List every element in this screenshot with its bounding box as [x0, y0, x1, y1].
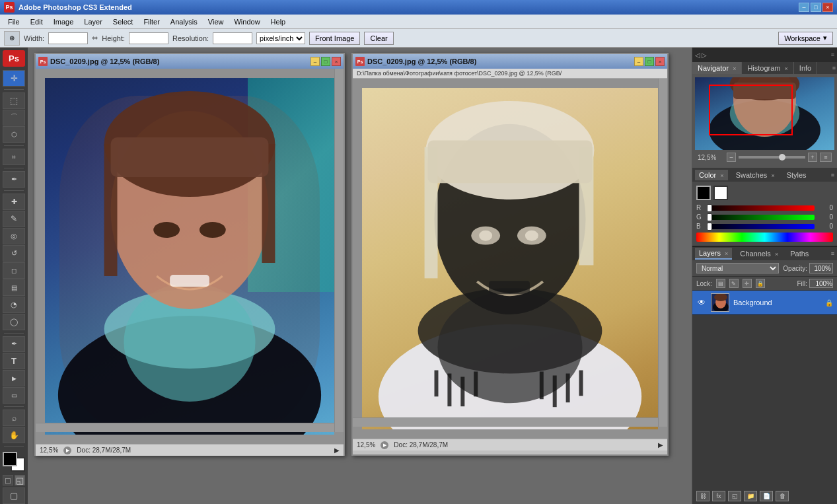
new-group-btn[interactable]: 📁 [744, 491, 757, 501]
window-controls[interactable]: – □ × [799, 3, 833, 12]
clear-button[interactable]: Clear [364, 32, 393, 45]
delete-layer-btn[interactable]: 🗑 [776, 491, 789, 501]
color-panel-options[interactable]: ≡ [831, 172, 834, 178]
doc1-titlebar[interactable]: Ps DSC_0209.jpg @ 12,5% (RGB/8) – □ × [36, 54, 344, 69]
menu-window[interactable]: Window [229, 17, 265, 27]
doc1-close[interactable]: × [332, 57, 341, 66]
zoom-slider-thumb[interactable] [779, 154, 785, 161]
doc2-maximize[interactable]: □ [645, 57, 654, 66]
screen-mode[interactable]: ▢ [3, 487, 25, 504]
zoom-tool[interactable]: ⌕ [3, 410, 25, 426]
workspace-button[interactable]: Workspace ▾ [778, 32, 833, 45]
doc1-arrow-right[interactable]: ▶ [334, 447, 340, 454]
tab-navigator[interactable]: Navigator × [692, 62, 742, 74]
quick-select-tool[interactable]: ⬡ [3, 126, 25, 143]
tab-layers[interactable]: Layers × [695, 248, 732, 260]
doc1-scrollbar-v[interactable] [334, 69, 344, 432]
histogram-tab-close[interactable]: × [785, 65, 788, 72]
red-slider-thumb[interactable] [707, 204, 712, 212]
layers-panel-options[interactable]: ≡ [831, 250, 834, 257]
add-style-btn[interactable]: fx [712, 491, 725, 501]
lasso-tool[interactable]: ⌒ [3, 110, 25, 126]
doc1-maximize[interactable]: □ [321, 57, 330, 66]
panel-options-menu[interactable]: ≡ [832, 65, 836, 71]
menu-select[interactable]: Select [108, 17, 139, 27]
color-tab-close[interactable]: × [720, 172, 723, 179]
layer-background-row[interactable]: 👁 Background 🔒 [692, 291, 837, 314]
gradient-tool[interactable]: ▤ [3, 279, 25, 296]
doc2-close[interactable]: × [655, 57, 665, 66]
menu-analysis[interactable]: Analysis [165, 17, 203, 27]
doc1-window-controls[interactable]: – □ × [310, 57, 341, 66]
resolution-unit-select[interactable]: pixels/inch pixels/cm [256, 32, 305, 44]
tool-preset-icon[interactable]: ⊕ [4, 31, 20, 46]
menu-view[interactable]: View [203, 17, 229, 27]
front-image-button[interactable]: Front Image [309, 32, 360, 45]
menu-filter[interactable]: Filter [138, 17, 164, 27]
menu-help[interactable]: Help [266, 17, 291, 27]
eyedropper-tool[interactable]: ✒ [3, 171, 25, 188]
layer-visibility-toggle[interactable]: 👁 [696, 297, 707, 308]
doc2-scrollbar-h[interactable] [353, 417, 658, 427]
lock-transparency-btn[interactable]: ▤ [716, 279, 725, 288]
hand-tool[interactable]: ✋ [3, 427, 25, 443]
tab-color[interactable]: Color × [695, 170, 728, 180]
tab-styles[interactable]: Styles [783, 170, 811, 180]
zoom-options-btn[interactable]: ≡ [820, 153, 832, 162]
panel-options-icon[interactable]: ≡ [831, 52, 834, 58]
minimize-button[interactable]: – [799, 3, 809, 12]
selection-tool[interactable]: ⬚ [3, 92, 25, 109]
move-tool[interactable]: ✛ [3, 70, 25, 87]
eraser-tool[interactable]: ◻ [3, 262, 25, 279]
brush-tool[interactable]: ✎ [3, 211, 25, 227]
blur-tool[interactable]: ◔ [3, 297, 25, 313]
panel-arrow-left[interactable]: ◁ [695, 52, 700, 59]
tab-channels[interactable]: Channels × [736, 248, 782, 259]
tab-swatches[interactable]: Swatches × [732, 170, 779, 180]
blue-slider-thumb[interactable] [707, 223, 712, 231]
doc2-window-controls[interactable]: – □ × [634, 57, 665, 66]
resolution-input[interactable] [213, 32, 252, 44]
panel-collapse-buttons[interactable]: ◁ ▷ [695, 52, 707, 59]
standard-mode[interactable]: □ [3, 475, 13, 486]
doc2-arrow-right[interactable]: ▶ [658, 441, 663, 449]
path-select-tool[interactable]: ▶ [3, 370, 25, 386]
green-slider[interactable] [707, 215, 815, 220]
quick-mask-mode[interactable]: ◱ [15, 475, 25, 486]
healing-tool[interactable]: ✚ [3, 194, 25, 210]
color-swatches[interactable] [3, 452, 25, 472]
lock-position-btn[interactable]: ✛ [743, 279, 752, 288]
doc1-scrollbar-h[interactable] [36, 423, 334, 432]
fill-input[interactable] [809, 279, 833, 288]
link-layers-btn[interactable]: ⛓ [696, 491, 710, 501]
tab-histogram[interactable]: Histogram × [742, 62, 793, 74]
maximize-button[interactable]: □ [811, 3, 821, 12]
doc2-minimize[interactable]: – [634, 57, 643, 66]
layers-tab-close[interactable]: × [725, 250, 728, 257]
menu-layer[interactable]: Layer [79, 17, 108, 27]
text-tool[interactable]: T [3, 353, 25, 369]
swatches-tab-close[interactable]: × [771, 172, 774, 179]
zoom-in-btn[interactable]: + [808, 153, 817, 162]
zoom-slider[interactable] [739, 156, 805, 159]
menu-edit[interactable]: Edit [25, 17, 48, 27]
color-spectrum[interactable] [696, 233, 833, 242]
channels-tab-close[interactable]: × [775, 251, 778, 258]
height-input[interactable] [129, 32, 168, 44]
lock-all-btn[interactable]: 🔒 [756, 279, 765, 288]
shape-tool[interactable]: ▭ [3, 387, 25, 404]
blend-mode-select[interactable]: Normal Multiply Screen [696, 263, 779, 273]
foreground-color[interactable] [3, 452, 17, 466]
color-background-swatch[interactable] [713, 186, 728, 200]
green-slider-thumb[interactable] [707, 213, 712, 221]
clone-tool[interactable]: ◎ [3, 228, 25, 244]
doc2-scrollbar-v[interactable] [658, 79, 667, 427]
menu-file[interactable]: File [3, 17, 25, 27]
navigator-viewport-rect[interactable] [709, 85, 793, 135]
opacity-input[interactable]: 100% [809, 263, 833, 273]
crop-tool[interactable]: ⌗ [3, 149, 25, 165]
menu-image[interactable]: Image [48, 17, 79, 27]
dodge-tool[interactable]: ◯ [3, 314, 25, 330]
doc2-titlebar[interactable]: Ps DSC_0209.jpg @ 12,5% (RGB/8) – □ × [353, 54, 667, 69]
tab-info[interactable]: Info [794, 62, 817, 74]
